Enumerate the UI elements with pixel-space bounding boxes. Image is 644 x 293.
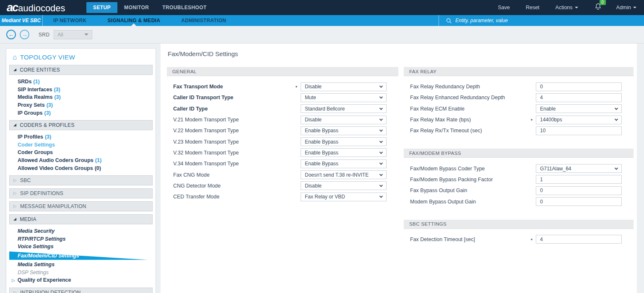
input-fax-modem-bypass-packing-factor[interactable]: 1 xyxy=(536,175,622,184)
section-header-sip-definitions[interactable]: ▷SIP DEFINITIONS xyxy=(9,188,153,198)
section-header-media[interactable]: ◢MEDIA xyxy=(9,214,153,224)
field-value: 0 xyxy=(540,199,543,205)
field-label: Fax CNG Mode xyxy=(167,172,301,178)
tab-signaling-media[interactable]: SIGNALING & MEDIA xyxy=(97,15,171,26)
sidebar-item-voice-settings[interactable]: Voice Settings xyxy=(9,243,153,251)
chevron-down-icon xyxy=(379,95,383,99)
actions-menu-button[interactable]: Actions xyxy=(556,5,578,10)
input-fax-relay-enhanced-redundancy-depth[interactable]: 4 xyxy=(536,93,622,102)
section-items: SRDs(1)SIP Interfaces(3)Media Realms(3)P… xyxy=(9,76,153,120)
select-cng-detector-mode[interactable]: Disable xyxy=(301,181,387,190)
item-count-badge: (3) xyxy=(47,102,53,108)
field-label: V.22 Modem Transport Type xyxy=(167,128,301,134)
active-tab-notch xyxy=(131,23,136,26)
chevron-down-icon xyxy=(379,150,383,154)
field-label: Fax/Modem Bypass Coder Type xyxy=(404,166,536,172)
tab-troubleshoot[interactable]: TROUBLESHOOT xyxy=(156,2,213,13)
sidebar-item-dsp-settings[interactable]: DSP Settings xyxy=(9,268,153,276)
input-modem-bypass-output-gain[interactable]: 0 xyxy=(536,197,622,206)
sidebar-item-label: SRDs xyxy=(18,79,31,85)
tab-monitor[interactable]: MONITOR xyxy=(117,2,156,13)
section-items: Media SecurityRTP/RTCP SettingsVoice Set… xyxy=(9,225,153,288)
select-v-22-modem-transport-type[interactable]: Enable Bypass xyxy=(301,126,387,135)
field-row: Modem Bypass Output Gain0 xyxy=(404,196,634,207)
input-fax-detection-timeout-sec[interactable]: 4 xyxy=(536,235,622,244)
sidebar-item-media-realms[interactable]: Media Realms(3) xyxy=(9,93,153,101)
select-v-23-modem-transport-type[interactable]: Enable Bypass xyxy=(301,137,387,146)
search-input[interactable]: Entity, parameter, value xyxy=(439,15,644,26)
chevron-down-icon xyxy=(379,139,383,143)
select-caller-id-transport-type[interactable]: Mute xyxy=(301,93,387,102)
sidebar-item-coder-settings[interactable]: Coder Settings xyxy=(9,141,153,149)
sub-nav: Mediant VE SBC IP NETWORK SIGNALING & ME… xyxy=(0,15,644,26)
item-count-badge: (3) xyxy=(54,87,60,93)
select-caller-id-type[interactable]: Standard Bellcore xyxy=(301,104,387,113)
input-fax-bypass-output-gain[interactable]: 0 xyxy=(536,186,622,195)
select-fax-relay-max-rate-bps[interactable]: 14400bps xyxy=(536,116,622,124)
section-header-message-manipulation[interactable]: ▷MESSAGE MANIPULATION xyxy=(9,201,153,211)
section-header-coders-profiles[interactable]: ◢CODERS & PROFILES xyxy=(9,120,153,130)
sidebar-item-sip-interfaces[interactable]: SIP Interfaces(3) xyxy=(9,86,153,94)
select-fax-cng-mode[interactable]: Doesn't send T.38 re-INVITE xyxy=(301,170,387,179)
field-value: Enable Bypass xyxy=(305,128,338,134)
tab-administration[interactable]: ADMINISTRATION xyxy=(171,15,236,26)
save-button[interactable]: Save xyxy=(498,5,510,10)
expanded-triangle-icon: ◢ xyxy=(13,217,16,221)
chevron-down-icon xyxy=(379,129,383,132)
settings-group-sbc-settings: SBC SETTINGSFax Detection Timeout [sec]4 xyxy=(404,220,634,250)
select-v-21-modem-transport-type[interactable]: Disable xyxy=(301,116,387,124)
sidebar-item-label: Coder Settings xyxy=(18,142,55,148)
input-fax-relay-redundancy-depth[interactable]: 0 xyxy=(536,82,622,91)
sidebar-item-media-settings[interactable]: Media Settings xyxy=(9,261,153,269)
select-ced-transfer-mode[interactable]: Fax Relay or VBD xyxy=(301,193,387,201)
section-header-sbc[interactable]: ▷SBC xyxy=(9,175,153,185)
field-row: V.32 Modem Transport TypeEnable Bypass xyxy=(167,147,398,158)
select-fax-relay-ecm-enable[interactable]: Enable xyxy=(536,104,622,113)
field-value: Enable Bypass xyxy=(305,139,338,145)
sidebar-item-fax-modem-cid-settings[interactable]: Fax/Modem/CID Settings xyxy=(9,252,153,260)
chevron-down-icon xyxy=(379,106,383,110)
select-fax-modem-bypass-coder-type[interactable]: G711Alaw_64 xyxy=(536,164,622,173)
logo-name: audiocodes xyxy=(18,3,65,14)
main-panel: Fax/Modem/CID Settings GENERALFax Transp… xyxy=(161,44,637,293)
sidebar-item-ip-groups[interactable]: IP Groups(3) xyxy=(9,109,153,117)
select-v-32-modem-transport-type[interactable]: Enable Bypass xyxy=(301,148,387,157)
sidebar-item-label: Coder Groups xyxy=(18,149,53,155)
field-label: CED Transfer Mode xyxy=(167,194,301,200)
select-v-34-modem-transport-type[interactable]: Enable Bypass xyxy=(301,159,387,168)
tab-ip-network[interactable]: IP NETWORK xyxy=(43,15,97,26)
section-label: CORE ENTITIES xyxy=(20,67,60,73)
topology-view-header[interactable]: ⌂ TOPOLOGY VIEW xyxy=(13,54,153,61)
field-value: Enable Bypass xyxy=(305,150,338,156)
sidebar-item-allowed-video-coders-groups[interactable]: Allowed Video Coders Groups(0) xyxy=(9,164,153,172)
caret-down-icon xyxy=(575,7,578,8)
sidebar-item-media-security[interactable]: Media Security xyxy=(9,227,153,235)
notifications-button[interactable]: 0 xyxy=(594,3,602,13)
sidebar-item-allowed-audio-coders-groups[interactable]: Allowed Audio Coders Groups(1) xyxy=(9,157,153,164)
sidebar-item-rtp-rtcp-settings[interactable]: RTP/RTCP Settings xyxy=(9,235,153,243)
modified-indicator-dot xyxy=(531,119,532,121)
section-header-core-entities[interactable]: ◢CORE ENTITIES xyxy=(9,65,153,75)
select-fax-transport-mode[interactable]: Disable xyxy=(301,82,387,91)
sidebar-item-quality-of-experience[interactable]: ▷Quality of Experience xyxy=(9,276,153,284)
forward-button[interactable]: → xyxy=(20,30,29,39)
chevron-down-icon xyxy=(379,183,383,187)
back-button[interactable]: ← xyxy=(6,30,16,39)
sidebar-item-label: Fax/Modem/CID Settings xyxy=(18,253,79,259)
reset-button[interactable]: Reset xyxy=(526,5,540,10)
sidebar-item-label: Media Realms xyxy=(18,94,52,100)
sidebar-item-label: DSP Settings xyxy=(18,270,49,275)
chevron-down-icon xyxy=(615,117,618,121)
sidebar-item-srds[interactable]: SRDs(1) xyxy=(9,78,153,86)
section-header-intrusion-detection[interactable]: ▷INTRUSION DETECTION xyxy=(9,288,153,293)
admin-menu-button[interactable]: Admin xyxy=(616,5,636,10)
sidebar-item-coder-groups[interactable]: Coder Groups xyxy=(9,149,153,157)
tab-label: SIGNALING & MEDIA xyxy=(107,18,160,23)
srd-dropdown[interactable]: All xyxy=(54,30,92,39)
input-fax-relay-rx-tx-timeout-sec[interactable]: 10 xyxy=(536,126,622,135)
audiocodes-logo: acaudiocodes xyxy=(7,1,86,14)
field-label: Fax Transport Mode xyxy=(167,84,296,90)
tab-setup[interactable]: SETUP xyxy=(86,2,117,13)
sidebar-item-proxy-sets[interactable]: Proxy Sets(3) xyxy=(9,101,153,109)
sidebar-item-ip-profiles[interactable]: IP Profiles(3) xyxy=(9,133,153,141)
